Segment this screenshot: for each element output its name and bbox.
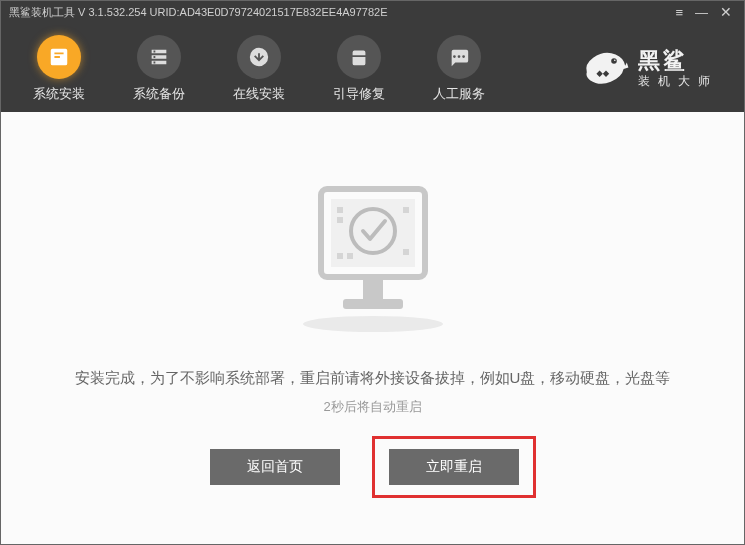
back-home-button[interactable]: 返回首页 [210, 449, 340, 485]
svg-rect-10 [403, 249, 409, 255]
svg-rect-9 [403, 207, 409, 213]
nav-label: 在线安装 [233, 85, 285, 103]
countdown-text: 2秒后将自动重启 [323, 398, 421, 416]
brand-main: 黑鲨 [638, 49, 718, 73]
menu-icon[interactable]: ≡ [675, 5, 683, 20]
minimize-icon[interactable]: — [695, 5, 708, 20]
nav-system-install[interactable]: 系统安装 [9, 35, 109, 103]
success-illustration [273, 159, 473, 339]
nav-system-backup[interactable]: 系统备份 [109, 35, 209, 103]
nav-label: 引导修复 [333, 85, 385, 103]
download-icon [237, 35, 281, 79]
svg-rect-6 [343, 299, 403, 309]
svg-rect-7 [337, 207, 343, 213]
close-icon[interactable]: ✕ [720, 4, 732, 20]
shark-logo-icon [582, 47, 630, 91]
install-icon [37, 35, 81, 79]
svg-point-0 [611, 58, 617, 64]
brand: 黑鲨 装机大师 [582, 47, 736, 91]
nav-online-install[interactable]: 在线安装 [209, 35, 309, 103]
svg-rect-11 [337, 253, 343, 259]
chat-icon [437, 35, 481, 79]
repair-icon [337, 35, 381, 79]
svg-rect-8 [337, 217, 343, 223]
brand-sub: 装机大师 [638, 75, 718, 88]
svg-rect-12 [347, 253, 353, 259]
backup-icon [137, 35, 181, 79]
nav-label: 人工服务 [433, 85, 485, 103]
svg-point-2 [303, 316, 443, 332]
highlight-box: 立即重启 [372, 436, 536, 498]
completion-message: 安装完成，为了不影响系统部署，重启前请将外接设备拔掉，例如U盘，移动硬盘，光盘等 [75, 369, 671, 388]
title-text: 黑鲨装机工具 V 3.1.532.254 URID:AD43E0D7972402… [9, 5, 675, 20]
nav-label: 系统备份 [133, 85, 185, 103]
svg-rect-5 [363, 277, 383, 299]
nav-human-service[interactable]: 人工服务 [409, 35, 509, 103]
restart-now-button[interactable]: 立即重启 [389, 449, 519, 485]
nav-label: 系统安装 [33, 85, 85, 103]
svg-point-1 [614, 59, 616, 61]
nav-boot-repair[interactable]: 引导修复 [309, 35, 409, 103]
